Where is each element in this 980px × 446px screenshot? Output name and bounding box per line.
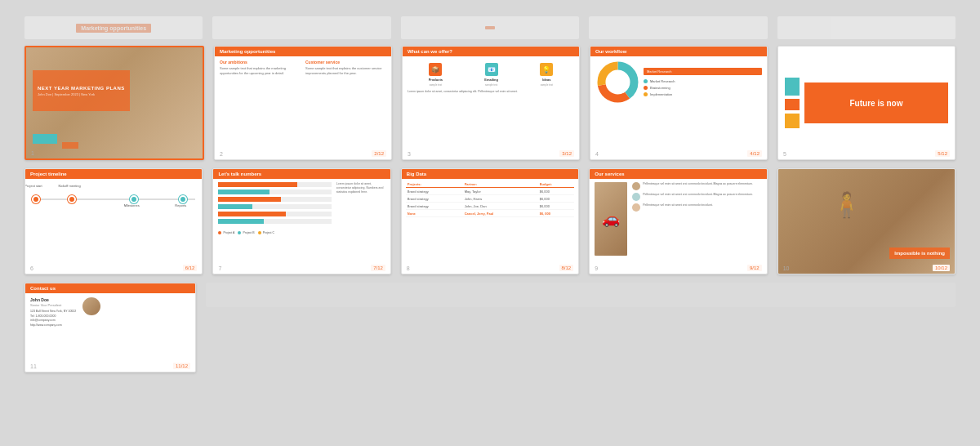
slide-9[interactable]: Our services 🚗 Pellentesque vel enim sit… — [589, 168, 767, 274]
slide-8[interactable]: Big Data Projects: Partner: Budget: — [401, 168, 579, 274]
slide-4-wf1: Market Research — [644, 79, 762, 83]
bar-fill-2a — [218, 190, 269, 194]
tl-dot-2: Kickoff meeting — [68, 195, 76, 203]
slide-3-icon2: 📧 Emailing sample text — [484, 63, 498, 87]
table-cell-budget-3: $6,000 — [538, 203, 575, 210]
bar-fill-1a — [218, 182, 297, 187]
service-item-1: Pellentesque vel enim sit amet orci comm… — [632, 182, 761, 190]
slide-4-wf3: Implementation — [644, 92, 762, 96]
slide-9-img: 🚗 — [595, 182, 627, 256]
bar-bg-4 — [218, 204, 331, 209]
bar-bg-5 — [218, 212, 331, 216]
faded-label-1: Marketing opportunities — [76, 24, 151, 33]
slide-4-page: 4/12 — [747, 150, 762, 157]
top-row-faded: Marketing opportunities — [24, 16, 956, 39]
person-silhouette: 🧍 — [831, 190, 862, 219]
legend-label-1: Project A — [223, 231, 234, 234]
slide-5-block-yellow — [785, 114, 800, 128]
slide-2-col1: Our ambitions Some sample text that expl… — [220, 60, 301, 75]
slide-5-left-blocks — [785, 78, 800, 128]
bar-row-6 — [218, 219, 331, 224]
table-cell-budget-4: $6, 000 — [538, 210, 575, 217]
table-cell-project-4: None — [406, 210, 463, 217]
slide-3-icon1: 📦 Products sample text — [429, 63, 443, 87]
slide-6-inner: Project timeline Project start Kickoff m… — [25, 169, 202, 274]
slide-6-number: 6 — [30, 265, 33, 271]
legend-label-3: Project C — [263, 231, 274, 234]
slide-5-body: Future is now — [778, 47, 955, 159]
slide-5[interactable]: Future is now 5 5/12 — [777, 46, 956, 160]
slide-1-subtitle: John Doe | September 2023 | New York — [38, 92, 125, 96]
table-cell-partner-3: John, Joe, Dan — [463, 203, 538, 210]
slide-4[interactable]: Our workflow Market Research — [590, 46, 768, 160]
slide-10-number: 10 — [783, 265, 790, 271]
slide-3[interactable]: What can we offer? 📦 Products sample tex… — [402, 46, 580, 160]
tl-label-2: Kickoff meeting — [58, 184, 80, 188]
slide-5-block-teal — [785, 78, 800, 96]
slide-5-future-box: Future is now — [804, 83, 948, 123]
slide-4-wf2: Brainstorming — [644, 86, 762, 90]
slide-6-timeline: Project start Kickoff meeting Milestones… — [25, 179, 202, 213]
slide-11-page: 11/12 — [173, 363, 190, 369]
slide-8-table-wrap: Projects: Partner: Budget: Brand strateg… — [402, 179, 578, 220]
slide-5-future-text: Future is now — [850, 99, 903, 108]
slide-2[interactable]: Marketing opportunities Our ambitions So… — [214, 46, 392, 160]
car-icon: 🚗 — [602, 210, 620, 228]
table-cell-budget-2: $6,000 — [538, 195, 575, 203]
wf-label-1: Market Research — [650, 79, 675, 83]
slide-3-icon1-box: 📦 — [429, 63, 442, 76]
service-avatar-2 — [632, 193, 640, 201]
slide-9-body: 🚗 Pellentesque vel enim sit amet orci co… — [590, 179, 766, 259]
slide-9-inner: Our services 🚗 Pellentesque vel enim sit… — [590, 169, 766, 274]
bar-bg-2 — [218, 190, 331, 194]
table-cell-partner-2: John, Harris — [463, 195, 538, 203]
faded-slide-4 — [589, 16, 767, 39]
faded-slide-3 — [401, 16, 579, 39]
faded-label-3 — [485, 26, 495, 29]
legend-item-3: Project C — [258, 231, 274, 234]
slide-1[interactable]: NEXT YEAR MARKETING PLANS John Doe | Sep… — [24, 46, 204, 160]
slide-7-inner: Let's talk numbers — [213, 169, 390, 274]
legend-dot-1 — [218, 231, 221, 234]
table-cell-partner-4: Cancel, Jerry, Paul — [463, 210, 538, 217]
slide-6[interactable]: Project timeline Project start Kickoff m… — [24, 168, 203, 274]
slide-9-number: 9 — [595, 265, 598, 271]
table-cell-partner-1: May, Taylor — [463, 188, 538, 195]
slide-10-inner: Impossible is nothing 🧍 — [778, 169, 955, 274]
service-avatar-3 — [632, 203, 640, 212]
slide-3-icon1-sub: sample text — [430, 83, 442, 87]
table-row: Brand strategy May, Taylor $6,000 — [406, 188, 574, 195]
slide-3-desc: Lorem ipsum dolor sit amet, consectetur … — [403, 90, 579, 94]
table-cell-budget-1: $6,000 — [538, 188, 575, 195]
service-avatar-1 — [632, 182, 640, 190]
slide-1-number: 1 — [31, 150, 34, 156]
service-item-2: Pellentesque vel enim sit amet orci comm… — [632, 193, 761, 201]
contact-website: http://www.company.com — [30, 323, 76, 328]
slide-row-2: Project timeline Project start Kickoff m… — [24, 168, 956, 274]
contact-name: John Doe — [30, 297, 76, 302]
slide-3-icon1-label: Products — [429, 78, 443, 82]
tl-label-bottom-3: Milestones — [124, 203, 140, 207]
slide-11[interactable]: Contact us John Doe Senior Vice Presiden… — [24, 283, 196, 372]
tl-dot-3: Milestones — [130, 195, 138, 203]
slide-6-page: 6/12 — [183, 265, 198, 271]
slide-3-icon2-box: 📧 — [485, 63, 498, 76]
bar-row-3 — [218, 197, 331, 202]
faded-slide-2 — [212, 16, 390, 39]
slide-grid-container: Marketing opportunities NEXT YEAR MARKET… — [0, 0, 980, 446]
legend-item-2: Project B — [238, 231, 254, 234]
table-cell-project-3: Brand strategy — [406, 203, 463, 210]
tl-label-bottom-4: Reports — [175, 203, 186, 207]
bar-row-2 — [218, 190, 331, 194]
col-header-1: Projects: — [406, 181, 463, 188]
wf-dot-1 — [644, 79, 648, 83]
slide-3-header: What can we offer? — [403, 47, 579, 56]
slide-10[interactable]: Impossible is nothing 🧍 10 10/12 — [777, 168, 956, 274]
slide-1-bg: NEXT YEAR MARKETING PLANS John Doe | Sep… — [26, 47, 203, 158]
slide-3-icons: 📦 Products sample text 📧 Emailing sample… — [403, 56, 579, 90]
bar-bg-3 — [218, 197, 331, 202]
slide-4-inner: Our workflow Market Research — [590, 47, 767, 159]
slide-7[interactable]: Let's talk numbers — [212, 168, 390, 274]
bar-fill-3a — [218, 197, 280, 202]
legend-label-2: Project B — [243, 231, 254, 234]
